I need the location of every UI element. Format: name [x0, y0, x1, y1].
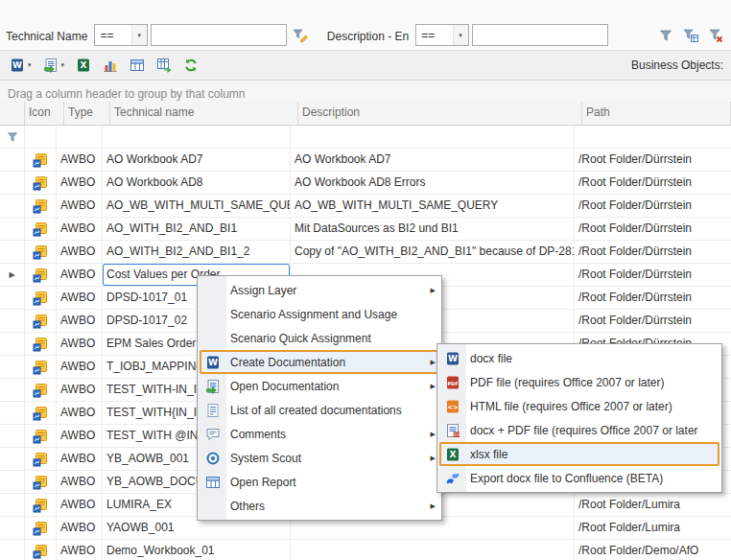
context-menu-item-scenario-assignment-and-usage[interactable]: Scenario Assignment and Usage — [200, 302, 439, 326]
type-cell[interactable]: AWBO — [57, 149, 103, 171]
column-header-path[interactable]: Path — [582, 102, 731, 125]
description-filter-input[interactable] — [472, 24, 608, 46]
submenu-item-export-docx-file-to-confluence-beta[interactable]: Export docx file to Confluence (BETA) — [439, 466, 719, 490]
technical-name-cell[interactable]: Demo_Workbook_01 — [103, 540, 291, 560]
table-row[interactable]: AWBODemo_Workbook_01/Root Folder/Demo/Af… — [0, 540, 731, 560]
path-cell[interactable]: /Root Folder/Demo/AfO — [575, 540, 731, 560]
type-cell[interactable]: AWBO — [57, 218, 103, 240]
type-cell[interactable]: AWBO — [57, 310, 103, 332]
column-header-description[interactable]: Description — [298, 102, 582, 125]
context-menu-item-comments[interactable]: Comments▶ — [200, 422, 439, 446]
filter-cell-path[interactable] — [575, 126, 731, 148]
context-menu-item-scenario-quick-assignment[interactable]: Scenario Quick Assignment — [200, 326, 439, 350]
technical-name-cell[interactable]: AO_WB_WITH_MULTI_SAME_QUERY — [103, 195, 291, 217]
path-cell[interactable]: /Root Folder/Dürrstein — [575, 195, 731, 217]
column-header-icon[interactable]: Icon — [25, 102, 64, 125]
type-cell[interactable]: AWBO — [57, 494, 103, 516]
type-cell[interactable]: AWBO — [57, 356, 103, 378]
filter-builder-button[interactable] — [680, 25, 702, 46]
type-cell[interactable]: AWBO — [57, 333, 103, 355]
table-row[interactable]: AWBOAO_WB_WITH_MULTI_SAME_QUERYAO_WB_WIT… — [0, 195, 731, 218]
row-indicator — [0, 402, 25, 424]
refresh-button[interactable] — [179, 54, 202, 77]
type-cell[interactable]: AWBO — [57, 540, 103, 560]
create-documentation-button[interactable]: W▾ — [6, 54, 35, 77]
context-menu-item-create-documentation[interactable]: WCreate Documentation▶ — [200, 350, 439, 374]
type-cell[interactable]: AWBO — [57, 195, 103, 217]
menu-item-label: Export docx file to Confluence (BETA) — [470, 472, 698, 485]
context-menu-item-system-scout[interactable]: System Scout▶ — [200, 446, 439, 470]
submenu-item-docx-file[interactable]: Wdocx file — [439, 346, 719, 370]
table-row[interactable]: AWBOAO_WITH_BI2_AND_BI1_2Copy of "AO_WIT… — [0, 241, 731, 264]
type-cell[interactable]: AWBO — [57, 517, 103, 539]
technical-name-cell[interactable]: AO Workbook AD8 — [103, 172, 291, 194]
submenu-item-pdf-file-requires-office-2007-or-later[interactable]: PDFPDF file (requires Office 2007 or lat… — [439, 370, 719, 394]
submenu-item-html-file-requires-office-2007-or-later[interactable]: <>HTML file (requires Office 2007 or lat… — [439, 394, 719, 418]
type-cell[interactable]: AWBO — [57, 264, 103, 286]
open-documentation-button[interactable]: ▾ — [39, 54, 69, 77]
type-cell[interactable]: AWBO — [57, 241, 103, 263]
table-row[interactable]: AWBOAO_WITH_BI2_AND_BI1Mit DataSources a… — [0, 218, 731, 241]
clear-filter-button[interactable] — [705, 25, 727, 46]
context-menu-item-open-documentation[interactable]: Open Documentation▶ — [200, 374, 439, 398]
table-row[interactable]: AWBOAO Workbook AD7AO Workbook AD7/Root … — [0, 149, 731, 172]
type-cell[interactable]: AWBO — [57, 425, 103, 447]
type-cell[interactable]: AWBO — [57, 172, 103, 194]
path-cell[interactable]: /Root Folder/Dürrstein — [575, 241, 731, 263]
auto-filter-row[interactable] — [0, 126, 731, 149]
technical-name-cell[interactable]: AO_WITH_BI2_AND_BI1 — [103, 218, 291, 240]
technical-name-filter-input[interactable] — [151, 24, 287, 46]
chart-button[interactable] — [99, 54, 122, 77]
awbo-icon — [33, 222, 48, 237]
type-cell[interactable]: AWBO — [57, 379, 103, 401]
filter-cell-icon[interactable] — [25, 126, 57, 148]
technical-name-cell[interactable]: AO_WITH_BI2_AND_BI1_2 — [103, 241, 291, 263]
path-cell[interactable]: /Root Folder/Dürrstein — [575, 149, 731, 171]
path-cell[interactable]: /Root Folder/Lumira — [575, 494, 731, 516]
description-cell[interactable]: AO Workbook AD8 Errors — [291, 172, 575, 194]
path-cell[interactable]: /Root Folder/Dürrstein — [575, 172, 731, 194]
description-cell[interactable]: AO Workbook AD7 — [291, 149, 575, 171]
description-operator-select[interactable]: == ▾ — [415, 24, 468, 46]
row-icon-cell — [25, 310, 57, 332]
filter-cell-description[interactable] — [291, 126, 575, 148]
bar-chart-icon — [103, 58, 118, 73]
description-cell[interactable] — [291, 540, 575, 560]
table-row[interactable]: AWBOAO Workbook AD8AO Workbook AD8 Error… — [0, 172, 731, 195]
grid-view-button[interactable] — [126, 54, 149, 77]
path-cell[interactable]: /Root Folder/Dürrstein — [575, 218, 731, 240]
submenu-item-xlsx-file[interactable]: Xxlsx file — [439, 442, 719, 466]
submenu-item-docx-pdf-file-requires-office-2007-or-later[interactable]: PDFdocx + PDF file (requires Office 2007… — [439, 418, 719, 442]
column-header-technical-name[interactable]: Technical name — [110, 102, 298, 125]
context-menu-item-assign-layer[interactable]: Assign Layer▶ — [200, 278, 439, 302]
export-xlsx-button[interactable]: X — [72, 54, 95, 77]
custom-filter-edit-button[interactable] — [290, 25, 312, 46]
empty-icon-slot — [203, 331, 223, 346]
context-menu-item-open-report[interactable]: Open Report — [200, 470, 439, 494]
path-cell[interactable]: /Root Folder/Lumira — [575, 517, 731, 539]
type-cell[interactable]: AWBO — [57, 287, 103, 309]
technical-name-cell[interactable]: AO Workbook AD7 — [103, 149, 291, 171]
filter-cell-technical-name[interactable] — [103, 126, 291, 148]
submenu-arrow-icon: ▶ — [426, 431, 436, 438]
context-menu-item-others[interactable]: Others▶ — [200, 494, 439, 518]
context-menu-item-list-of-all-created-documentations[interactable]: List of all created documentations — [200, 398, 439, 422]
column-header-type[interactable]: Type — [64, 102, 110, 125]
description-cell[interactable]: Copy of "AO_WITH_BI2_AND_BI1" because of… — [291, 241, 575, 263]
description-cell[interactable]: AO_WB_WITH_MULTI_SAME_QUERY — [291, 195, 575, 217]
xlsx-doc-icon: X — [443, 447, 462, 462]
grid-export-button[interactable] — [153, 54, 176, 77]
menu-item-label: xlsx file — [470, 448, 698, 461]
path-cell[interactable]: /Root Folder/Dürrstein — [575, 310, 731, 332]
path-cell[interactable]: /Root Folder/Dürrstein — [575, 264, 731, 286]
type-cell[interactable]: AWBO — [57, 402, 103, 424]
filter-button[interactable] — [654, 25, 676, 46]
description-cell[interactable]: Mit DataSources as BI2 und BI1 — [291, 218, 575, 240]
technical-name-operator-select[interactable]: == ▾ — [94, 24, 147, 46]
row-indicator — [0, 149, 25, 171]
type-cell[interactable]: AWBO — [57, 471, 103, 493]
filter-cell-type[interactable] — [57, 126, 103, 148]
type-cell[interactable]: AWBO — [57, 448, 103, 470]
chevron-down-icon: ▾ — [453, 25, 468, 45]
path-cell[interactable]: /Root Folder/Dürrstein — [575, 287, 731, 309]
